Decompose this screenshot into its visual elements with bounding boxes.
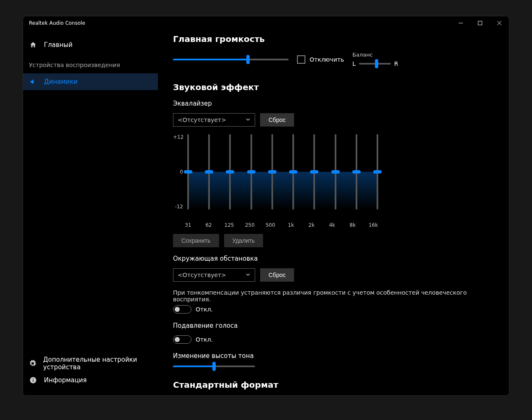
sidebar-item-home[interactable]: Главный <box>23 36 158 53</box>
eq-band-slider[interactable] <box>208 134 210 210</box>
eq-band-slider[interactable] <box>251 134 252 210</box>
sidebar-item-label: Информация <box>44 376 87 384</box>
eq-scale-mid: 0 <box>173 169 183 175</box>
env-preset-dropdown[interactable]: <Отсутствует> <box>173 268 255 282</box>
app-window: Realtek Audio Console Главный Устройства… <box>23 16 509 396</box>
minimize-button[interactable] <box>451 16 470 30</box>
eq-band-label: 500 <box>265 222 275 228</box>
eq-band-slider[interactable] <box>271 134 273 210</box>
eq-reset-button[interactable]: Сброс <box>260 113 294 127</box>
mute-label: Отключить <box>310 56 344 63</box>
eq-scale-bot: -12 <box>173 204 183 210</box>
pitch-heading: Изменение высоты тона <box>173 352 494 360</box>
sidebar-item-speakers[interactable]: Динамики <box>23 73 158 90</box>
app-title: Realtek Audio Console <box>29 20 85 26</box>
maximize-button[interactable] <box>470 16 490 30</box>
info-icon <box>29 376 37 384</box>
eq-band-label: 125 <box>224 222 234 228</box>
chevron-down-icon <box>245 117 251 123</box>
eq-preset-dropdown[interactable]: <Отсутствует> <box>173 113 255 127</box>
effects-heading: Звуковой эффект <box>173 82 494 92</box>
sidebar-item-label: Главный <box>44 41 72 49</box>
sidebar-item-label: Дополнительные настройки устройства <box>43 356 158 371</box>
volume-slider[interactable] <box>173 59 289 60</box>
balance-left-label: L <box>352 60 356 67</box>
chevron-down-icon <box>245 272 251 278</box>
loudness-toggle[interactable] <box>173 305 191 314</box>
sidebar: Главный Устройства воспроизведения Динам… <box>23 30 158 395</box>
env-reset-button[interactable]: Сброс <box>260 268 294 282</box>
eq-band-slider[interactable] <box>313 134 315 210</box>
eq-band-label: 2k <box>307 222 317 228</box>
balance-slider[interactable] <box>359 63 391 65</box>
eq-band-slider[interactable] <box>356 134 357 210</box>
eq-band-label: 4k <box>327 222 337 228</box>
eq-band-label: 62 <box>204 222 214 228</box>
sidebar-item-label: Динамики <box>44 78 77 86</box>
close-button[interactable] <box>490 16 509 30</box>
sidebar-item-advanced[interactable]: Дополнительные настройки устройства <box>23 355 158 372</box>
eq-band-label: 31 <box>183 222 193 228</box>
eq-band-label: 16k <box>368 222 378 228</box>
gear-icon <box>29 359 36 368</box>
volume-heading: Главная громкость <box>173 34 494 44</box>
balance-right-label: R <box>394 60 398 67</box>
window-controls <box>451 16 509 30</box>
loudness-state: Откл. <box>196 306 213 313</box>
loudness-desc: При тонкомпенсации устраняются различия … <box>173 289 494 303</box>
equalizer: +12 0 -12 <box>173 134 378 218</box>
eq-band-label: 1k <box>286 222 296 228</box>
speaker-icon <box>29 78 37 86</box>
pitch-slider[interactable] <box>173 366 255 367</box>
eq-preset-value: <Отсутствует> <box>178 117 226 123</box>
svg-rect-1 <box>478 21 482 25</box>
sidebar-item-info[interactable]: Информация <box>23 372 158 389</box>
main-panel: Главная громкость Отключить Баланс L <box>158 30 509 395</box>
voice-cancel-toggle[interactable] <box>173 335 191 344</box>
voice-cancel-state: Откл. <box>196 336 213 343</box>
home-icon <box>29 41 37 49</box>
mute-checkbox[interactable] <box>297 55 305 64</box>
eq-band-slider[interactable] <box>187 134 189 210</box>
eq-band-slider[interactable] <box>377 134 378 210</box>
env-heading: Окружающая обстановка <box>173 255 494 262</box>
balance-label: Баланс <box>352 52 398 58</box>
env-preset-value: <Отсутствует> <box>178 272 226 278</box>
eq-scale-top: +12 <box>173 134 183 140</box>
eq-heading: Эквалайзер <box>173 100 494 107</box>
svg-rect-6 <box>33 379 34 379</box>
eq-delete-button[interactable]: Удалить <box>224 234 263 247</box>
titlebar: Realtek Audio Console <box>23 16 509 30</box>
svg-rect-5 <box>33 380 34 382</box>
voice-cancel-heading: Подавление голоса <box>173 322 494 329</box>
eq-band-slider[interactable] <box>335 134 336 210</box>
sidebar-section-playback: Устройства воспроизведения <box>23 53 158 73</box>
eq-save-button[interactable]: Сохранить <box>173 234 219 247</box>
eq-band-labels: 31621252505001k2k4k8k16k <box>187 222 378 228</box>
eq-band-label: 250 <box>245 222 255 228</box>
format-heading: Стандартный формат <box>173 380 494 390</box>
eq-band-slider[interactable] <box>292 134 294 210</box>
eq-band-label: 8k <box>348 222 358 228</box>
eq-band-slider[interactable] <box>229 134 231 210</box>
